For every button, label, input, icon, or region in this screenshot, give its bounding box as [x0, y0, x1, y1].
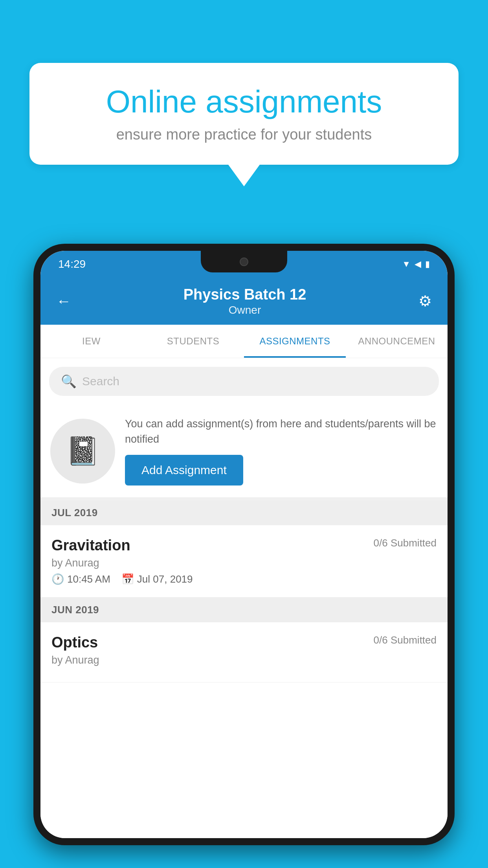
settings-icon[interactable]: ⚙: [418, 292, 432, 310]
search-container: 🔍 Search: [40, 358, 448, 405]
tab-iew[interactable]: IEW: [40, 325, 142, 358]
promo-section: 📓 You can add assignment(s) from here an…: [40, 405, 448, 500]
assignment-name-gravitation: Gravitation: [51, 537, 130, 554]
assignment-submitted-gravitation: 0/6 Submitted: [374, 537, 437, 549]
assignment-submitted-optics: 0/6 Submitted: [374, 634, 437, 646]
assignment-row-top: Gravitation 0/6 Submitted: [51, 537, 437, 554]
header-title: Physics Batch 12: [71, 286, 418, 303]
notebook-icon: 📓: [66, 435, 100, 467]
assignment-name-optics: Optics: [51, 634, 98, 651]
back-button[interactable]: ←: [56, 293, 71, 310]
assignment-author-optics: by Anurag: [51, 654, 437, 666]
status-icons: ▼ ◀ ▮: [402, 259, 430, 269]
add-assignment-button[interactable]: Add Assignment: [125, 455, 243, 485]
status-time: 14:29: [58, 258, 86, 270]
assignment-time-gravitation: 🕐 10:45 AM: [51, 573, 110, 585]
app-header: ← Physics Batch 12 Owner ⚙: [40, 278, 448, 325]
search-input-wrap[interactable]: 🔍 Search: [49, 367, 439, 396]
phone-frame: 14:29 ▼ ◀ ▮ ← Physics Batch 12 Owner ⚙: [33, 244, 455, 845]
speech-bubble-arrow: [228, 165, 260, 186]
clock-icon: 🕐: [51, 573, 64, 585]
content-area: 🔍 Search 📓 You can add assignment(s) fro…: [40, 358, 448, 838]
phone-screen: 14:29 ▼ ◀ ▮ ← Physics Batch 12 Owner ⚙: [40, 251, 448, 838]
promo-icon-circle: 📓: [50, 419, 115, 484]
section-header-jul: JUL 2019: [40, 500, 448, 525]
search-placeholder: Search: [82, 375, 119, 388]
tab-assignments[interactable]: ASSIGNMENTS: [244, 325, 346, 358]
assignment-meta-gravitation: 🕐 10:45 AM 📅 Jul 07, 2019: [51, 573, 437, 585]
phone-camera: [240, 257, 248, 266]
tab-announcements[interactable]: ANNOUNCEMEN: [346, 325, 448, 358]
speech-bubble: Online assignments ensure more practice …: [29, 63, 459, 165]
calendar-icon: 📅: [121, 573, 134, 585]
assignment-author-gravitation: by Anurag: [51, 557, 437, 569]
assignment-gravitation[interactable]: Gravitation 0/6 Submitted by Anurag 🕐 10…: [40, 525, 448, 598]
speech-bubble-subtitle: ensure more practice for your students: [55, 126, 433, 143]
battery-icon: ▮: [425, 259, 430, 269]
promo-description: You can add assignment(s) from here and …: [125, 416, 438, 447]
speech-bubble-title: Online assignments: [55, 85, 433, 119]
header-title-area: Physics Batch 12 Owner: [71, 286, 418, 316]
speech-bubble-container: Online assignments ensure more practice …: [29, 63, 459, 186]
search-icon: 🔍: [61, 374, 77, 389]
tab-students[interactable]: STUDENTS: [142, 325, 244, 358]
wifi-icon: ▼: [402, 259, 411, 269]
promo-text-area: You can add assignment(s) from here and …: [125, 416, 438, 485]
phone-container: 14:29 ▼ ◀ ▮ ← Physics Batch 12 Owner ⚙: [33, 244, 455, 868]
assignment-date-gravitation: 📅 Jul 07, 2019: [121, 573, 193, 585]
phone-notch: [201, 251, 287, 272]
assignment-optics[interactable]: Optics 0/6 Submitted by Anurag: [40, 622, 448, 682]
signal-icon: ◀: [415, 259, 421, 269]
header-subtitle: Owner: [71, 304, 418, 316]
assignment-row-top-optics: Optics 0/6 Submitted: [51, 634, 437, 651]
section-header-jun: JUN 2019: [40, 598, 448, 622]
tabs-bar: IEW STUDENTS ASSIGNMENTS ANNOUNCEMEN: [40, 325, 448, 358]
